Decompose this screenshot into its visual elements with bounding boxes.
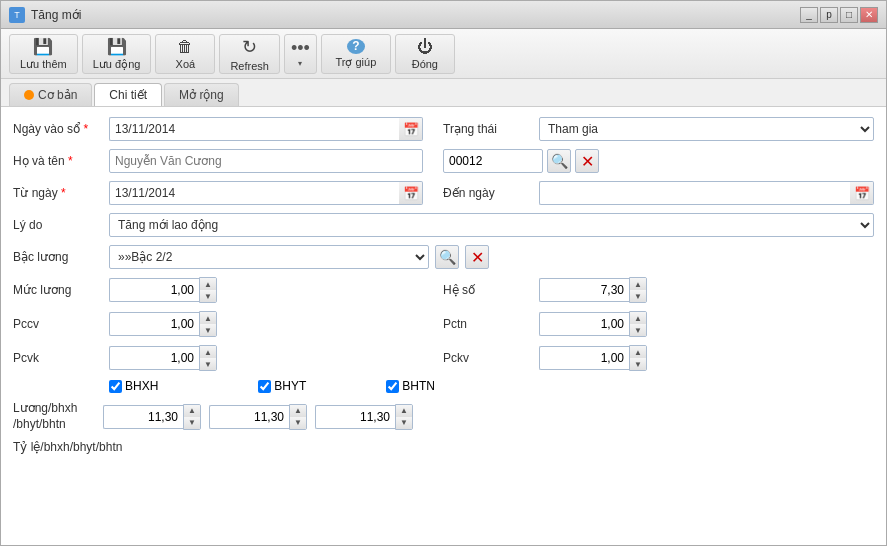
more-dots-icon: ••• <box>291 39 310 57</box>
pctn-spin-buttons: ▲ ▼ <box>629 311 647 337</box>
pccv-down-button[interactable]: ▼ <box>200 324 216 336</box>
tab-mo-rong[interactable]: Mở rộng <box>164 83 239 106</box>
ngay-vao-so-date-wrap: 📅 <box>109 117 423 141</box>
ngay-vao-so-calendar-button[interactable]: 📅 <box>399 117 423 141</box>
save-add-button[interactable]: 💾 Lưu thêm <box>9 34 78 74</box>
restore-button[interactable]: p <box>820 7 838 23</box>
he-so-label: Hệ số <box>443 283 533 297</box>
help-button[interactable]: ? Trợ giúp <box>321 34 391 74</box>
pctn-input[interactable] <box>539 312 629 336</box>
save-move-label: Lưu động <box>93 58 141 71</box>
help-label: Trợ giúp <box>335 56 376 69</box>
clear-bac-luong-button[interactable]: ✕ <box>465 245 489 269</box>
close-window-button[interactable]: ✕ <box>860 7 878 23</box>
title-bar-controls: _ p □ ✕ <box>800 7 878 23</box>
save-add-icon: 💾 <box>33 37 53 56</box>
more-button[interactable]: ••• ▾ <box>284 34 317 74</box>
bhyt-checkbox[interactable] <box>258 380 271 393</box>
pckv-input[interactable] <box>539 346 629 370</box>
luong-bhxh-input1[interactable] <box>103 405 183 429</box>
bhxh-checkbox[interactable] <box>109 380 122 393</box>
luong-bhxh-down2-button[interactable]: ▼ <box>290 417 306 429</box>
row-ly-do: Lý do Tăng mới lao động <box>13 213 874 237</box>
he-so-down-button[interactable]: ▼ <box>630 290 646 302</box>
muc-luong-label: Mức lương <box>13 283 103 297</box>
bhyt-checkbox-label[interactable]: BHYT <box>258 379 306 393</box>
den-ngay-calendar-button[interactable]: 📅 <box>850 181 874 205</box>
luong-bhxh-spinner1: ▲ ▼ <box>103 404 201 430</box>
bac-luong-full-row: Bậc lương »»Bậc 2/2 🔍 ✕ <box>13 245 489 269</box>
title-bar-left: T Tăng mới <box>9 7 81 23</box>
he-so-input[interactable] <box>539 278 629 302</box>
pccv-input[interactable] <box>109 312 199 336</box>
luong-bhxh-spin1: ▲ ▼ <box>183 404 201 430</box>
pcvk-input[interactable] <box>109 346 199 370</box>
form-content: Ngày vào sổ * 📅 Trạng thái Tham gia Nghỉ… <box>1 107 886 545</box>
window-title: Tăng mới <box>31 8 81 22</box>
close-button[interactable]: ⏻ Đóng <box>395 34 455 74</box>
pctn-label: Pctn <box>443 317 533 331</box>
ma-nv-input[interactable] <box>443 149 543 173</box>
delete-button[interactable]: 🗑 Xoá <box>155 34 215 74</box>
maximize-button[interactable]: □ <box>840 7 858 23</box>
bhxh-checkbox-label[interactable]: BHXH <box>109 379 158 393</box>
search-ma-nv-button[interactable]: 🔍 <box>547 149 571 173</box>
tu-ngay-calendar-button[interactable]: 📅 <box>399 181 423 205</box>
pckv-up-button[interactable]: ▲ <box>630 346 646 358</box>
luong-bhxh-down3-button[interactable]: ▼ <box>396 417 412 429</box>
col-he-so: Hệ số ▲ ▼ <box>443 277 874 303</box>
muc-luong-input[interactable] <box>109 278 199 302</box>
minimize-button[interactable]: _ <box>800 7 818 23</box>
help-icon: ? <box>347 39 365 54</box>
ly-do-full-row: Lý do Tăng mới lao động <box>13 213 874 237</box>
luong-bhxh-up3-button[interactable]: ▲ <box>396 405 412 417</box>
tu-ngay-input[interactable] <box>109 181 399 205</box>
row-muc-luong: Mức lương ▲ ▼ Hệ số ▲ ▼ <box>13 277 874 303</box>
muc-luong-spinner: ▲ ▼ <box>109 277 217 303</box>
muc-luong-up-button[interactable]: ▲ <box>200 278 216 290</box>
col-pctn: Pctn ▲ ▼ <box>443 311 874 337</box>
save-move-button[interactable]: 💾 Lưu động <box>82 34 152 74</box>
ly-do-select[interactable]: Tăng mới lao động <box>109 213 874 237</box>
clear-ma-nv-button[interactable]: ✕ <box>575 149 599 173</box>
row-bac-luong: Bậc lương »»Bậc 2/2 🔍 ✕ <box>13 245 874 269</box>
window-icon: T <box>9 7 25 23</box>
tab-co-ban[interactable]: Cơ bản <box>9 83 92 106</box>
more-arrow-icon: ▾ <box>298 59 302 68</box>
he-so-spin-buttons: ▲ ▼ <box>629 277 647 303</box>
ngay-vao-so-input[interactable] <box>109 117 399 141</box>
den-ngay-input[interactable] <box>539 181 850 205</box>
pctn-up-button[interactable]: ▲ <box>630 312 646 324</box>
refresh-button[interactable]: ↻ Refresh <box>219 34 280 74</box>
col-pcvk: Pcvk ▲ ▼ <box>13 345 443 371</box>
luong-bhxh-up2-button[interactable]: ▲ <box>290 405 306 417</box>
ty-le-label: Tỷ lệ/bhxh/bhyt/bhtn <box>13 440 122 454</box>
he-so-up-button[interactable]: ▲ <box>630 278 646 290</box>
pckv-down-button[interactable]: ▼ <box>630 358 646 370</box>
trang-thai-select[interactable]: Tham gia Nghỉ việc Tạm hoãn <box>539 117 874 141</box>
muc-luong-down-button[interactable]: ▼ <box>200 290 216 302</box>
bhtn-checkbox[interactable] <box>386 380 399 393</box>
tab-chi-tiet[interactable]: Chi tiết <box>94 83 162 106</box>
ho-va-ten-label: Họ và tên * <box>13 154 103 168</box>
row-ngay-vao-so: Ngày vào sổ * 📅 Trạng thái Tham gia Nghỉ… <box>13 117 874 141</box>
pcvk-up-button[interactable]: ▲ <box>200 346 216 358</box>
pcvk-label: Pcvk <box>13 351 103 365</box>
luong-bhxh-input3[interactable] <box>315 405 395 429</box>
pcvk-spinner: ▲ ▼ <box>109 345 217 371</box>
ho-va-ten-input[interactable] <box>109 149 423 173</box>
luong-bhxh-spin2: ▲ ▼ <box>289 404 307 430</box>
close-label: Đóng <box>412 58 438 70</box>
pctn-down-button[interactable]: ▼ <box>630 324 646 336</box>
pccv-up-button[interactable]: ▲ <box>200 312 216 324</box>
luong-bhxh-down1-button[interactable]: ▼ <box>184 417 200 429</box>
luong-bhxh-input2[interactable] <box>209 405 289 429</box>
pcvk-down-button[interactable]: ▼ <box>200 358 216 370</box>
bhtn-checkbox-label[interactable]: BHTN <box>386 379 435 393</box>
bac-luong-select[interactable]: »»Bậc 2/2 <box>109 245 429 269</box>
ngay-vao-so-label: Ngày vào sổ * <box>13 122 103 136</box>
trang-thai-label: Trạng thái <box>443 122 533 136</box>
bhyt-label: BHYT <box>274 379 306 393</box>
search-bac-luong-button[interactable]: 🔍 <box>435 245 459 269</box>
luong-bhxh-up1-button[interactable]: ▲ <box>184 405 200 417</box>
